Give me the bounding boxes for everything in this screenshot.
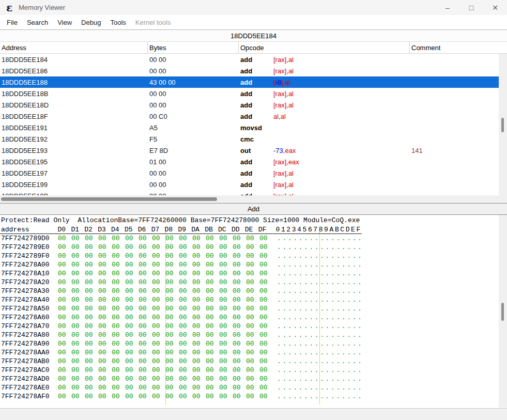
hex-byte[interactable]: 00 bbox=[85, 270, 98, 277]
hex-byte[interactable]: 00 bbox=[71, 287, 85, 295]
hex-byte[interactable]: 00 bbox=[139, 375, 152, 383]
hex-byte[interactable]: 00 bbox=[192, 252, 206, 260]
hex-byte[interactable]: 00 bbox=[165, 322, 179, 330]
hex-row[interactable]: 7FF724278A000000000000000000000000000000… bbox=[1, 260, 507, 269]
hex-byte[interactable]: 00 bbox=[98, 349, 112, 356]
column-header-address[interactable]: Address bbox=[0, 42, 148, 53]
hex-byte[interactable]: 00 bbox=[85, 252, 98, 260]
hex-byte[interactable]: 00 bbox=[139, 322, 152, 330]
disasm-horizontal-scrollbar-thumb[interactable] bbox=[1, 197, 217, 201]
hex-byte[interactable]: 00 bbox=[152, 357, 165, 365]
hex-byte[interactable]: 00 bbox=[58, 235, 71, 242]
menu-item-search[interactable]: Search bbox=[22, 17, 53, 28]
hex-byte[interactable]: 00 bbox=[85, 287, 98, 295]
disasm-vertical-scrollbar-thumb[interactable] bbox=[501, 118, 504, 132]
hex-byte[interactable]: 00 bbox=[259, 287, 273, 295]
hex-byte[interactable]: 00 bbox=[58, 287, 71, 295]
hex-byte[interactable]: 00 bbox=[206, 235, 219, 242]
hex-byte[interactable]: 00 bbox=[233, 305, 246, 313]
menu-item-debug[interactable]: Debug bbox=[76, 17, 105, 28]
hex-byte[interactable]: 00 bbox=[112, 340, 125, 348]
hex-byte[interactable]: 00 bbox=[206, 278, 219, 286]
hex-byte[interactable]: 00 bbox=[179, 296, 192, 304]
hex-byte[interactable]: 00 bbox=[85, 305, 98, 313]
hex-byte[interactable]: 00 bbox=[98, 322, 112, 330]
hex-byte[interactable]: 00 bbox=[98, 393, 112, 400]
hex-byte[interactable]: 00 bbox=[259, 314, 273, 321]
hex-byte[interactable]: 00 bbox=[179, 357, 192, 365]
hex-byte[interactable]: 00 bbox=[139, 314, 152, 321]
hex-byte[interactable]: 00 bbox=[58, 270, 71, 277]
hex-byte[interactable]: 00 bbox=[165, 366, 179, 374]
hex-byte[interactable]: 00 bbox=[219, 270, 233, 277]
hex-byte[interactable]: 00 bbox=[85, 331, 98, 339]
hex-byte[interactable]: 00 bbox=[206, 357, 219, 365]
hex-byte[interactable]: 00 bbox=[139, 252, 152, 260]
hex-byte[interactable]: 00 bbox=[139, 296, 152, 304]
hex-byte[interactable]: 00 bbox=[58, 243, 71, 251]
hex-byte[interactable]: 00 bbox=[58, 261, 71, 269]
hex-byte[interactable]: 00 bbox=[125, 278, 139, 286]
hex-byte[interactable]: 00 bbox=[192, 287, 206, 295]
menu-item-view[interactable]: View bbox=[53, 17, 76, 28]
menu-item-file[interactable]: File bbox=[2, 17, 22, 28]
hex-byte[interactable]: 00 bbox=[219, 331, 233, 339]
hex-byte[interactable]: 00 bbox=[246, 384, 259, 392]
hex-row[interactable]: 7FF724278A700000000000000000000000000000… bbox=[1, 322, 507, 331]
disasm-row[interactable]: 18DDD5EE18600 00add[rax],al bbox=[0, 65, 499, 76]
hex-byte[interactable]: 00 bbox=[98, 252, 112, 260]
hex-byte[interactable]: 00 bbox=[179, 261, 192, 269]
hex-byte[interactable]: 00 bbox=[85, 384, 98, 392]
disasm-row[interactable]: 18DDD5EE192F5cmc bbox=[0, 133, 499, 145]
hex-byte[interactable]: 00 bbox=[125, 331, 139, 339]
hex-byte[interactable]: 00 bbox=[112, 349, 125, 356]
hex-byte[interactable]: 00 bbox=[58, 278, 71, 286]
hex-byte[interactable]: 00 bbox=[139, 331, 152, 339]
hex-byte[interactable]: 00 bbox=[139, 305, 152, 313]
disasm-row[interactable]: 18DDD5EE193E7 8Dout-73,eax141 bbox=[0, 145, 499, 156]
hex-byte[interactable]: 00 bbox=[206, 305, 219, 313]
hex-byte[interactable]: 00 bbox=[139, 366, 152, 374]
hex-byte[interactable]: 00 bbox=[71, 340, 85, 348]
hex-byte[interactable]: 00 bbox=[233, 349, 246, 356]
hex-byte[interactable]: 00 bbox=[246, 243, 259, 251]
hex-byte[interactable]: 00 bbox=[219, 384, 233, 392]
hex-row[interactable]: 7FF724278A200000000000000000000000000000… bbox=[1, 278, 507, 287]
hex-byte[interactable]: 00 bbox=[98, 296, 112, 304]
menu-item-tools[interactable]: Tools bbox=[105, 17, 130, 28]
hex-byte[interactable]: 00 bbox=[58, 357, 71, 365]
hex-byte[interactable]: 00 bbox=[165, 357, 179, 365]
hex-byte[interactable]: 00 bbox=[192, 314, 206, 321]
hex-row[interactable]: 7FF7242789E00000000000000000000000000000… bbox=[1, 243, 507, 252]
hex-byte[interactable]: 00 bbox=[125, 252, 139, 260]
hex-byte[interactable]: 00 bbox=[125, 340, 139, 348]
hex-byte[interactable]: 00 bbox=[71, 235, 85, 242]
hex-byte[interactable]: 00 bbox=[58, 252, 71, 260]
hex-byte[interactable]: 00 bbox=[206, 349, 219, 356]
hex-byte[interactable]: 00 bbox=[139, 243, 152, 251]
hex-byte[interactable]: 00 bbox=[233, 287, 246, 295]
hex-row[interactable]: 7FF7242789F00000000000000000000000000000… bbox=[1, 252, 507, 260]
hex-byte[interactable]: 00 bbox=[219, 322, 233, 330]
hex-byte[interactable]: 00 bbox=[98, 340, 112, 348]
disasm-row[interactable]: 18DDD5EE18843 00 00add[r8],al bbox=[0, 76, 499, 88]
hex-byte[interactable]: 00 bbox=[219, 366, 233, 374]
hex-byte[interactable]: 00 bbox=[58, 305, 71, 313]
hex-byte[interactable]: 00 bbox=[71, 270, 85, 277]
hex-byte[interactable]: 00 bbox=[246, 235, 259, 242]
hex-byte[interactable]: 00 bbox=[152, 393, 165, 400]
hex-byte[interactable]: 00 bbox=[112, 366, 125, 374]
hex-byte[interactable]: 00 bbox=[71, 349, 85, 356]
hex-byte[interactable]: 00 bbox=[259, 278, 273, 286]
hex-byte[interactable]: 00 bbox=[179, 349, 192, 356]
hex-byte[interactable]: 00 bbox=[219, 305, 233, 313]
hex-byte[interactable]: 00 bbox=[58, 340, 71, 348]
hex-byte[interactable]: 00 bbox=[192, 235, 206, 242]
hex-byte[interactable]: 00 bbox=[259, 331, 273, 339]
hex-byte[interactable]: 00 bbox=[206, 296, 219, 304]
hex-byte[interactable]: 00 bbox=[71, 322, 85, 330]
maximize-button[interactable]: □ bbox=[459, 0, 483, 15]
hex-byte[interactable]: 00 bbox=[233, 331, 246, 339]
hex-byte[interactable]: 00 bbox=[71, 366, 85, 374]
hex-byte[interactable]: 00 bbox=[152, 322, 165, 330]
